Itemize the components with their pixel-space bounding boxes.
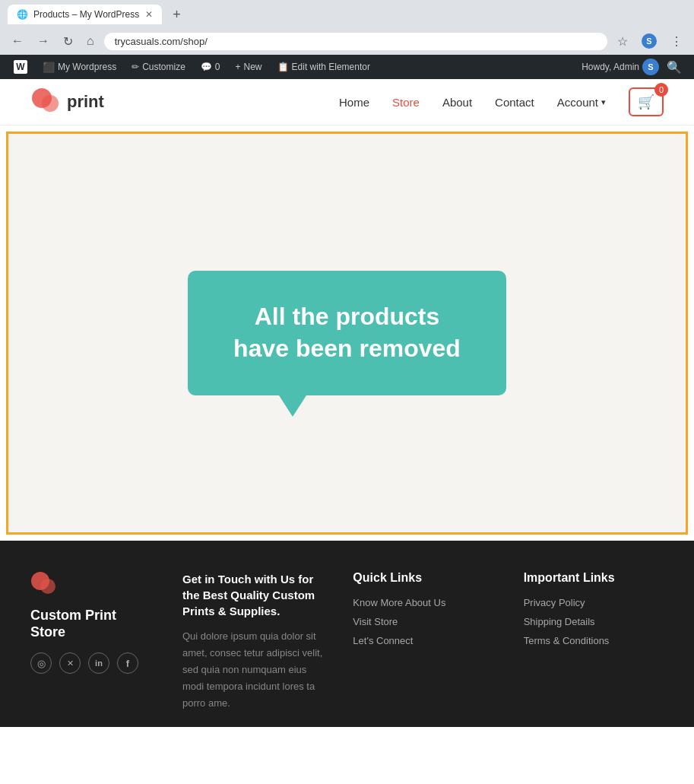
bookmark-button[interactable]: ☆ (613, 33, 632, 50)
footer-important-links-col: Important Links Privacy Policy Shipping … (524, 571, 664, 712)
customize-label: Customize (142, 62, 185, 72)
refresh-button[interactable]: ↻ (59, 33, 77, 50)
cart-badge: 0 (654, 83, 668, 97)
wp-admin-bar: W ⬛ My Wordpress ✏ Customize 💬 0 + New 📋… (0, 55, 694, 79)
my-wordpress-label: My Wordpress (58, 62, 116, 72)
wp-admin-bar-elementor[interactable]: 📋 Edit with Elementor (271, 55, 376, 79)
browser-titlebar: 🌐 Products – My WordPress ✕ + (0, 0, 694, 29)
home-button[interactable]: ⌂ (83, 33, 98, 49)
comments-count: 0 (215, 62, 220, 72)
instagram-icon[interactable]: ◎ (30, 652, 52, 674)
elementor-icon: 📋 (277, 62, 289, 72)
wp-admin-bar-right: Howdy, Admin S 🔍 (582, 59, 686, 75)
important-links-heading: Important Links (524, 571, 664, 585)
logo-icon (30, 87, 61, 117)
important-link-shipping[interactable]: Shipping Details (524, 616, 664, 627)
howdy-text: Howdy, Admin (582, 62, 639, 72)
facebook-icon[interactable]: f (117, 652, 138, 674)
account-chevron-icon: ▾ (601, 97, 606, 107)
comments-icon: 💬 (201, 62, 212, 72)
footer-contact-heading: Get in Touch with Us for the Best Qualit… (182, 571, 322, 619)
quick-link-know-more[interactable]: Know More About Us (353, 597, 493, 608)
cart-button[interactable]: 🛒 0 (629, 87, 664, 116)
wp-admin-bar-customize[interactable]: ✏ Customize (125, 55, 192, 79)
address-bar[interactable] (104, 33, 607, 50)
nav-home[interactable]: Home (339, 96, 369, 109)
browser-addressbar: ← → ↻ ⌂ ☆ S ⋮ (0, 29, 694, 55)
forward-button[interactable]: → (33, 33, 53, 49)
quick-link-visit-store[interactable]: Visit Store (353, 616, 493, 627)
main-content: All the products have been removed (6, 132, 688, 535)
tab-close-button[interactable]: ✕ (145, 9, 153, 20)
wp-admin-bar-my-wordpress[interactable]: ⬛ My Wordpress (36, 55, 122, 79)
new-icon: + (236, 62, 241, 72)
back-button[interactable]: ← (8, 33, 27, 49)
logo-text: print (67, 92, 104, 112)
browser-tab[interactable]: 🌐 Products – My WordPress ✕ (8, 5, 162, 24)
new-tab-button[interactable]: + (168, 7, 185, 23)
admin-avatar[interactable]: S (642, 59, 659, 75)
site-logo[interactable]: print (30, 87, 104, 117)
footer-quick-links-col: Quick Links Know More About Us Visit Sto… (353, 571, 493, 712)
nav-contact[interactable]: Contact (495, 96, 534, 109)
important-link-terms[interactable]: Terms & Conditions (524, 635, 664, 646)
browser-chrome: 🌐 Products – My WordPress ✕ + ← → ↻ ⌂ ☆ … (0, 0, 694, 55)
linkedin-icon[interactable]: in (88, 652, 109, 674)
quick-links-heading: Quick Links (353, 571, 493, 585)
svg-point-3 (40, 579, 55, 594)
tab-title: Products – My WordPress (33, 9, 139, 20)
speech-bubble: All the products have been removed (188, 271, 506, 395)
nav-account[interactable]: Account ▾ (557, 96, 606, 109)
new-label: New (244, 62, 262, 72)
nav-about[interactable]: About (442, 96, 472, 109)
site-footer: Custom Print Store ◎ ✕ in f Get in Touch… (0, 541, 694, 727)
wp-admin-bar-new[interactable]: + New (230, 55, 268, 79)
speech-bubble-text: All the products have been removed (233, 301, 461, 364)
tab-favicon: 🌐 (17, 9, 27, 20)
twitter-icon[interactable]: ✕ (59, 652, 81, 674)
footer-contact-col: Get in Touch with Us for the Best Qualit… (182, 571, 322, 712)
footer-social: ◎ ✕ in f (30, 652, 152, 674)
admin-search-icon[interactable]: 🔍 (662, 60, 686, 75)
footer-logo-col: Custom Print Store ◎ ✕ in f (30, 571, 152, 712)
profile-button[interactable]: S (638, 32, 661, 50)
svg-point-1 (42, 95, 59, 112)
site-header: print Home Store About Contact Account ▾… (0, 79, 694, 125)
wp-admin-bar-comments[interactable]: 💬 0 (195, 55, 227, 79)
quick-link-lets-connect[interactable]: Let's Connect (353, 635, 493, 646)
wp-logo-icon: W (14, 60, 27, 74)
wp-logo-item[interactable]: W (8, 55, 33, 79)
footer-contact-body: Qui dolore ipsum quia dolor sit amet, co… (182, 628, 322, 712)
footer-logo-icon (30, 571, 58, 598)
footer-brand-name: Custom Print Store (30, 608, 152, 640)
important-link-privacy[interactable]: Privacy Policy (524, 597, 664, 608)
cart-icon: 🛒 (638, 94, 654, 110)
site-nav: Home Store About Contact Account ▾ 🛒 0 (339, 87, 664, 116)
customize-icon: ✏ (132, 62, 139, 72)
elementor-label: Edit with Elementor (292, 62, 370, 72)
my-wordpress-icon: ⬛ (43, 62, 55, 73)
nav-store[interactable]: Store (392, 96, 420, 109)
menu-button[interactable]: ⋮ (667, 33, 686, 50)
